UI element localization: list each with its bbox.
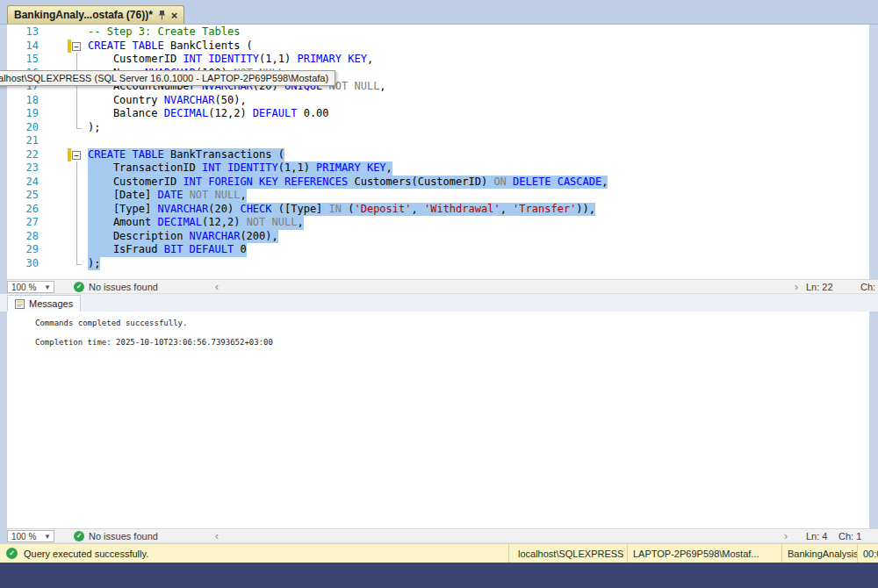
code-text: CustomerID INT IDENTITY(1,1) PRIMARY KEY… (88, 53, 373, 67)
line-number: 30 (7, 257, 46, 271)
fold-margin (71, 257, 83, 271)
document-tab-bar: BankingAnaly...ostafa (76))* × (0, 0, 878, 25)
issues-indicator: ✓ No issues found (74, 529, 158, 542)
code-text: Description NVARCHAR(200), (88, 230, 278, 244)
server-label: localhost\SQLEXPRESS (16.0 ... (518, 549, 627, 559)
pin-icon[interactable] (158, 10, 166, 20)
code-text: TransactionID INT IDENTITY(1,1) PRIMARY … (88, 161, 392, 176)
code-text: CREATE TABLE BankTransactions ( (88, 148, 284, 162)
code-text: CustomerID INT FOREIGN KEY REFERENCES Cu… (88, 176, 608, 190)
messages-line: Commands completed successfully. (35, 319, 869, 327)
code-text: Balance DECIMAL(12,2) DEFAULT 0.00 (88, 107, 329, 121)
connection-tooltip: localhost\SQLEXPRESS (SQL Server 16.0.10… (0, 70, 335, 86)
line-number: 19 (7, 107, 46, 121)
code-line[interactable]: 26 [Type] NVARCHAR(20) CHECK ([Type] IN … (7, 203, 869, 217)
code-line[interactable]: 28 Description NVARCHAR(200), (7, 230, 869, 244)
line-number: 13 (7, 25, 46, 39)
code-line[interactable]: 13-- Step 3: Create Tables (7, 25, 869, 39)
status-bar-panels: localhost\SQLEXPRESS (16.0 ... LAPTOP-2P… (508, 544, 878, 563)
issues-label: No issues found (89, 282, 158, 292)
fold-margin (71, 25, 83, 39)
code-line[interactable]: 25 [Date] DATE NOT NULL, (7, 189, 869, 203)
code-line[interactable]: 27 Amount DECIMAL(12,2) NOT NULL, (7, 216, 869, 230)
line-number: 28 (7, 230, 46, 244)
code-line[interactable]: 24 CustomerID INT FOREIGN KEY REFERENCES… (7, 176, 869, 190)
messages-status-strip: 100 % ▼ ✓ No issues found ‹ › Ln: 4 Ch: … (7, 528, 878, 543)
code-line[interactable]: 20); (7, 121, 869, 135)
taskbar-area (0, 563, 878, 588)
line-indicator: Ln: 4 (806, 531, 827, 541)
server-indicator: localhost\SQLEXPRESS (16.0 ... (508, 544, 627, 563)
zoom-value: 100 % (11, 532, 36, 541)
code-line[interactable]: 18 Country NVARCHAR(50), (7, 94, 869, 108)
code-line[interactable]: 15 CustomerID INT IDENTITY(1,1) PRIMARY … (7, 53, 869, 67)
code-line[interactable]: 23 TransactionID INT IDENTITY(1,1) PRIMA… (7, 161, 869, 176)
line-number: 25 (7, 189, 46, 203)
code-line[interactable]: 14−CREATE TABLE BankClients ( (7, 39, 869, 54)
scroll-right-icon[interactable]: › (795, 281, 798, 293)
code-text: CREATE TABLE BankClients ( (88, 39, 253, 54)
column-indicator: Ch: 1 (838, 531, 861, 541)
editor-status-strip: 100 % ▼ ✓ No issues found ‹ › Ln: 22 Ch: (7, 279, 878, 294)
line-number: 18 (7, 94, 46, 108)
issues-indicator: ✓ No issues found (74, 280, 158, 293)
line-number: 22 (7, 148, 46, 162)
line-number: 23 (7, 161, 46, 176)
code-area[interactable]: 13-- Step 3: Create Tables14−CREATE TABL… (7, 25, 869, 270)
database-label: BankingAnalysis (788, 549, 857, 559)
code-line[interactable]: 29 IsFraud BIT DEFAULT 0 (7, 243, 869, 257)
fold-margin (71, 121, 83, 135)
document-tab[interactable]: BankingAnaly...ostafa (76))* × (7, 5, 184, 24)
code-text: IsFraud BIT DEFAULT 0 (88, 243, 247, 257)
user-indicator: LAPTOP-2P69P598\Mostaf... (627, 544, 781, 563)
close-icon[interactable]: × (171, 10, 178, 21)
sql-editor[interactable]: 13-- Step 3: Create Tables14−CREATE TABL… (7, 25, 869, 279)
ssms-window: BankingAnaly...ostafa (76))* × 13-- Step… (0, 0, 878, 588)
line-number: 24 (7, 176, 46, 190)
code-text: ); (88, 121, 100, 135)
elapsed-time-indicator: 00:0... (857, 544, 878, 563)
line-number: 29 (7, 243, 46, 257)
tab-messages[interactable]: Messages (7, 295, 81, 312)
zoom-selector[interactable]: 100 % ▼ (7, 281, 54, 293)
line-number: 14 (7, 39, 46, 54)
chevron-down-icon: ▼ (44, 283, 51, 291)
code-text: Amount DECIMAL(12,2) NOT NULL, (88, 216, 304, 230)
column-indicator: Ch: (860, 282, 875, 292)
fold-margin (71, 53, 83, 67)
line-indicator: Ln: 22 (806, 282, 833, 292)
scroll-right-icon[interactable]: › (784, 530, 788, 542)
line-number: 21 (7, 134, 46, 148)
fold-margin (71, 230, 83, 244)
code-line[interactable]: 21 (7, 134, 869, 148)
code-text: [Date] DATE NOT NULL, (88, 189, 247, 203)
line-number: 27 (7, 216, 46, 230)
code-line[interactable]: 30); (7, 257, 869, 271)
messages-pane: Commands completed successfully. Complet… (7, 312, 869, 528)
success-check-icon: ✓ (6, 548, 18, 559)
fold-margin (71, 107, 83, 121)
chevron-down-icon: ▼ (44, 533, 51, 541)
code-text: -- Step 3: Create Tables (88, 25, 240, 39)
check-icon: ✓ (74, 282, 84, 292)
fold-margin (71, 176, 83, 190)
messages-icon (15, 299, 25, 309)
scroll-left-icon[interactable]: ‹ (215, 530, 219, 542)
status-message: Query executed successfully. (24, 549, 148, 559)
code-line[interactable]: 22−CREATE TABLE BankTransactions ( (7, 148, 869, 162)
zoom-selector[interactable]: 100 % ▼ (7, 530, 54, 542)
line-number: 26 (7, 203, 46, 217)
fold-margin (71, 189, 83, 203)
results-tab-row: Messages (0, 294, 878, 312)
fold-margin (71, 243, 83, 257)
fold-margin (71, 94, 83, 108)
collapse-toggle-icon[interactable]: − (71, 148, 83, 162)
collapse-toggle-icon[interactable]: − (71, 39, 83, 54)
elapsed-label: 00:0... (863, 549, 878, 559)
code-line[interactable]: 19 Balance DECIMAL(12,2) DEFAULT 0.00 (7, 107, 869, 121)
line-number: 20 (7, 121, 46, 135)
fold-margin (71, 134, 83, 148)
user-label: LAPTOP-2P69P598\Mostaf... (633, 549, 759, 559)
scroll-left-icon[interactable]: ‹ (215, 281, 219, 293)
query-status-bar: ✓ Query executed successfully. localhost… (0, 543, 878, 563)
